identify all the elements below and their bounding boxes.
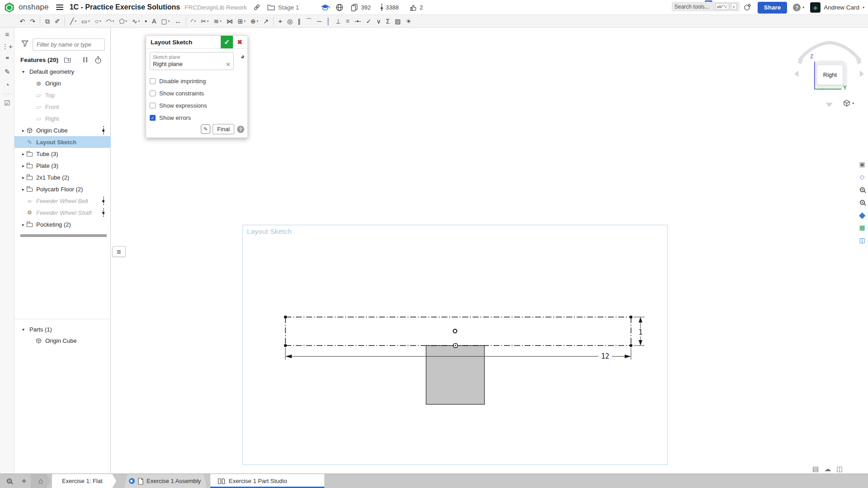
zoom-plane-icon[interactable] — [857, 197, 867, 207]
feature-row-feeder-wheel-shaft[interactable]: ⚙ Feeeder Wheel Shaft — [14, 207, 111, 218]
midpoint-constraint-icon[interactable]: -•- — [353, 16, 363, 27]
feature-row-origin[interactable]: ⊚ Origin — [14, 77, 111, 89]
dialog-help-icon[interactable]: ? — [237, 126, 244, 133]
feature-row-plate[interactable]: ▸ Plate (3) — [14, 160, 111, 171]
tangent-constraint-icon[interactable]: ⌒ — [304, 16, 314, 27]
project-convert-tool-icon[interactable]: ⊕▾ — [249, 16, 260, 27]
zoom-part-icon[interactable] — [857, 185, 867, 194]
parallel-constraint-icon[interactable]: ∥ — [296, 16, 303, 27]
tab-exercise-1-flat[interactable]: Exercise 1: Flat — [52, 474, 116, 488]
chevron-down-icon[interactable]: ▾ — [75, 19, 76, 23]
polygon-tool-icon[interactable]: ⬠▾ — [117, 16, 129, 27]
rotate-left-icon[interactable] — [794, 71, 798, 77]
feature-row-front-plane[interactable]: ▱ Front — [14, 101, 111, 113]
tree-collapse-toggle[interactable]: ≣ — [112, 246, 126, 257]
extend-tool-icon[interactable]: ↗ — [261, 16, 270, 27]
parts-cube-icon[interactable]: ◆ — [857, 210, 867, 220]
chevron-right-icon[interactable]: ▸ — [20, 187, 26, 192]
view-options-cube-icon[interactable]: ▾ — [843, 99, 854, 107]
new-folder-icon[interactable] — [64, 57, 71, 63]
thumbs-up-icon[interactable] — [409, 3, 417, 12]
package-icon[interactable]: ◫ — [836, 465, 843, 473]
spline-tool-icon[interactable]: ∿▾ — [130, 16, 142, 27]
point-tool-icon[interactable]: • — [143, 16, 149, 27]
checkbox-show-expressions[interactable]: Show expressions — [150, 102, 207, 109]
sketch-drawing[interactable]: 12 1 — [243, 225, 667, 464]
feature-row-top-plane[interactable]: ▱ Top — [14, 89, 111, 101]
final-button[interactable]: Final — [213, 124, 234, 134]
feature-row-tube[interactable]: ▸ Tube (3) — [14, 148, 111, 160]
chevron-right-icon[interactable]: ▸ — [20, 128, 26, 133]
chevron-right-icon[interactable]: ▸ — [20, 163, 26, 168]
chevron-down-icon[interactable]: ▾ — [20, 327, 26, 332]
checkbox-disable-imprinting[interactable]: Disable imprinting — [150, 78, 206, 85]
curve-pattern-icon[interactable]: Σ — [384, 16, 392, 27]
print-icon[interactable]: ▤ — [812, 465, 819, 473]
rollback-handle-icon[interactable] — [102, 208, 104, 217]
feature-row-feeder-wheel-belt[interactable]: ∞ Feeeder Wheel Belt — [14, 195, 111, 207]
parts-header-row[interactable]: ▾ Parts (1) — [14, 324, 111, 335]
config-table-icon[interactable]: ▦ — [857, 223, 867, 232]
feature-row-right-plane[interactable]: ▱ Right — [14, 113, 111, 124]
comments-icon[interactable]: ❝ — [0, 53, 14, 66]
rollback-handle-icon[interactable] — [102, 126, 104, 134]
chevron-down-icon[interactable]: ▾ — [20, 69, 26, 74]
undo-icon[interactable]: ↶ — [18, 16, 27, 27]
cancel-x-icon[interactable]: ✖ — [234, 36, 246, 48]
line-tool-icon[interactable]: ╱▾ — [68, 16, 78, 27]
trim-tool-icon[interactable]: ✂▾ — [199, 16, 210, 27]
chevron-right-icon[interactable]: ▸ — [20, 222, 26, 227]
checkbox-icon[interactable]: ✓ — [150, 115, 156, 121]
part-row-origin-cube[interactable]: Origin Cube — [14, 335, 111, 346]
rollback-bar[interactable] — [20, 234, 107, 237]
outline-icon[interactable]: ≡ — [0, 28, 14, 40]
chevron-down-icon[interactable]: ▾ — [168, 19, 170, 23]
sketch-viewport[interactable]: Layout Sketch 12 — [242, 225, 668, 465]
coincident-constraint-icon[interactable]: ⌖ — [277, 16, 284, 27]
history-icon[interactable]: ◔ — [0, 78, 14, 91]
slot-tool-icon[interactable]: ▢▾ — [159, 16, 171, 27]
dimension-vertical[interactable]: 1 — [638, 317, 642, 346]
link-icon[interactable] — [253, 3, 261, 11]
mirror-tool-icon[interactable]: ⋈ — [225, 16, 235, 27]
chevron-down-icon[interactable]: ▾ — [125, 19, 127, 23]
redo-icon[interactable]: ↷ — [28, 16, 37, 27]
rotate-down-icon[interactable] — [825, 103, 833, 107]
view-cube-face[interactable]: Right — [817, 65, 843, 85]
chevron-down-icon[interactable]: ▾ — [88, 19, 90, 23]
user-menu[interactable]: ◈ Andrew Card ▾ — [810, 2, 864, 13]
stage-breadcrumb[interactable]: Stage 1 — [278, 4, 299, 11]
equal-constraint-icon[interactable]: = — [344, 16, 351, 27]
preview-clock-icon[interactable]: ◕ — [240, 53, 245, 60]
confirm-check-icon[interactable]: ✓ — [221, 36, 233, 48]
chevron-right-icon[interactable]: ▸ — [20, 175, 26, 180]
chevron-down-icon[interactable]: ▾ — [220, 19, 222, 23]
insert-dxf-dwg-icon[interactable]: ✐ — [53, 16, 62, 27]
ai-assistant-icon[interactable] — [743, 3, 752, 13]
tab-exercise-1-part-studio[interactable]: Exercise 1 Part Studio — [210, 474, 324, 488]
normal-constraint-icon[interactable]: ✓ — [364, 16, 373, 27]
chevron-down-icon[interactable]: ▾ — [244, 19, 246, 23]
feature-row-origin-cube[interactable]: ▸ Origin Cube — [14, 124, 111, 136]
layout-sketch-dialog[interactable]: Layout Sketch ✓ ✖ Sketch plane Right pla… — [146, 35, 248, 138]
feature-row-pocketing[interactable]: ▸ Pocketing (2) — [14, 218, 111, 230]
rollback-handle-icon[interactable] — [102, 197, 104, 205]
construction-lines[interactable] — [285, 317, 631, 346]
hamburger-menu-icon[interactable] — [56, 5, 63, 10]
chevron-down-icon[interactable]: ▾ — [207, 19, 209, 23]
chevron-down-icon[interactable]: ▾ — [194, 19, 196, 23]
view-cube[interactable]: Right Z Y ▾ — [791, 38, 868, 115]
chevron-down-icon[interactable]: ▾ — [256, 19, 258, 23]
cloud-icon[interactable]: ☁ — [824, 465, 831, 473]
free-point[interactable] — [453, 329, 457, 333]
search-tabs-icon[interactable] — [0, 474, 18, 488]
circle-tool-icon[interactable]: ○▾ — [93, 16, 103, 27]
fillet-tool-icon[interactable]: ◜▾ — [189, 16, 198, 27]
sketch-tools-icon[interactable]: ✎ — [201, 124, 210, 134]
suspend-rebuild-icon[interactable] — [83, 57, 87, 62]
concentric-constraint-icon[interactable]: ◎ — [285, 16, 294, 27]
notes-icon[interactable]: ✎ — [0, 66, 14, 78]
fix-constraint-icon[interactable]: ▨ — [393, 16, 403, 27]
search-tools-box[interactable]: Search tools... alt/⌥ c — [672, 2, 740, 11]
add-tab-button[interactable]: + — [18, 474, 30, 488]
